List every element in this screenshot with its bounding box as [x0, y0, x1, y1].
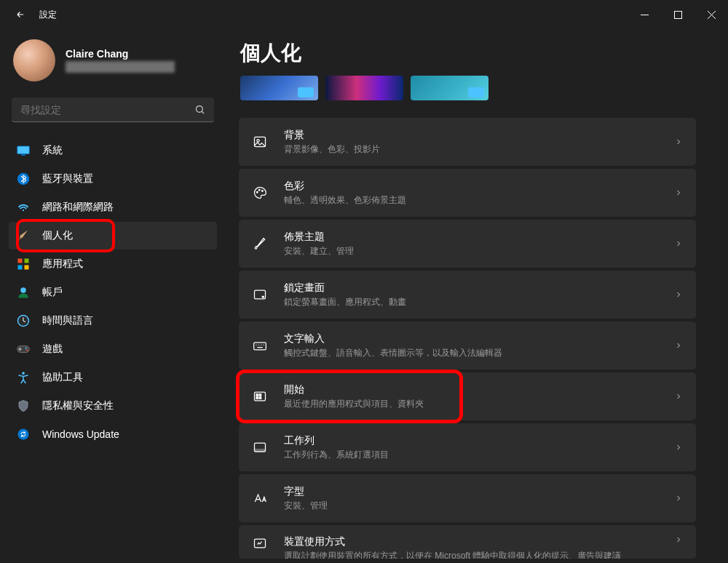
svg-point-2: [197, 106, 203, 113]
sidebar-item-label: 個人化: [42, 229, 73, 242]
svg-point-20: [258, 189, 260, 191]
svg-rect-1: [674, 11, 681, 18]
maximize-button[interactable]: [661, 0, 695, 29]
setting-description: 輔色、透明效果、色彩佈景主題: [284, 194, 406, 207]
sidebar-item-label: 網路和網際網路: [42, 201, 114, 214]
chevron-right-icon: [674, 188, 683, 197]
update-icon: [16, 427, 31, 442]
search-icon: [194, 104, 205, 115]
svg-rect-31: [255, 450, 266, 452]
main-content: 個人化 背景 背景影像、色彩、投影片 色彩 輔色、透明效果、色彩佈景主題 佈景主…: [226, 29, 728, 563]
setting-title: 開始: [284, 383, 424, 396]
gaming-icon: [16, 342, 31, 356]
app-title: 設定: [39, 9, 57, 21]
chevron-right-icon: [674, 535, 683, 544]
sidebar-item-label: 系統: [42, 144, 63, 157]
svg-point-14: [26, 349, 28, 351]
setting-title: 鎖定畫面: [284, 282, 406, 295]
sidebar-item-label: 藍牙與裝置: [42, 172, 93, 185]
chevron-right-icon: [674, 443, 683, 452]
settings-list: 背景 背景影像、色彩、投影片 色彩 輔色、透明效果、色彩佈景主題 佈景主題 安裝…: [239, 118, 696, 559]
setting-description: 背景影像、色彩、投影片: [284, 143, 380, 156]
svg-point-19: [256, 191, 258, 193]
chevron-right-icon: [674, 494, 683, 503]
setting-description: 鎖定螢幕畫面、應用程式、動畫: [284, 296, 406, 308]
setting-item-brush[interactable]: 佈景主題 安裝、建立、管理: [239, 220, 696, 268]
svg-rect-25: [255, 392, 266, 401]
setting-item-palette[interactable]: 色彩 輔色、透明效果、色彩佈景主題: [239, 169, 696, 217]
setting-item-image[interactable]: 背景 背景影像、色彩、投影片: [239, 118, 696, 166]
svg-rect-26: [256, 394, 258, 396]
avatar: [13, 39, 55, 81]
search-box[interactable]: [12, 97, 214, 122]
sidebar-item-accounts[interactable]: 帳戶: [9, 279, 217, 306]
brush-icon: [252, 236, 268, 252]
svg-rect-9: [25, 265, 29, 270]
setting-item-font[interactable]: 字型 安裝、管理: [239, 474, 696, 522]
setting-title: 字型: [284, 485, 328, 498]
theme-thumbnails: [239, 76, 696, 100]
personalization-icon: [16, 228, 31, 243]
close-button[interactable]: [695, 0, 728, 29]
theme-thumb[interactable]: [411, 76, 488, 100]
sidebar-item-bluetooth[interactable]: 藍牙與裝置: [9, 165, 217, 193]
system-icon: [16, 143, 31, 158]
privacy-icon: [16, 399, 31, 413]
svg-point-18: [257, 140, 259, 142]
search-input[interactable]: [20, 104, 194, 116]
setting-item-start[interactable]: 開始 最近使用的應用程式與項目、資料夾: [239, 372, 696, 420]
svg-rect-27: [259, 394, 261, 396]
back-button[interactable]: [10, 4, 31, 25]
svg-rect-28: [256, 397, 258, 399]
sidebar-item-system[interactable]: 系統: [9, 137, 217, 164]
usage-icon: [252, 535, 268, 551]
svg-rect-7: [25, 259, 29, 263]
setting-item-taskbar[interactable]: 工作列 工作列行為、系統釘選項目: [239, 423, 696, 471]
theme-thumb[interactable]: [240, 76, 318, 100]
setting-title: 背景: [284, 129, 380, 142]
chevron-right-icon: [674, 137, 683, 146]
nav-list: 系統藍牙與裝置網路和網際網路個人化應用程式帳戶時間與語言遊戲協助工具隱私權與安全…: [9, 137, 217, 448]
sidebar-item-privacy[interactable]: 隱私權與安全性: [9, 392, 217, 420]
keyboard-icon: [252, 338, 268, 354]
sidebar-item-update[interactable]: Windows Update: [9, 420, 217, 448]
svg-point-10: [20, 287, 26, 293]
sidebar-item-label: 帳戶: [42, 286, 63, 299]
wifi-icon: [16, 200, 31, 215]
taskbar-icon: [252, 439, 268, 455]
setting-title: 佈景主題: [284, 231, 354, 244]
svg-point-16: [18, 429, 29, 440]
svg-rect-29: [259, 397, 261, 399]
titlebar: 設定: [0, 0, 728, 29]
svg-rect-4: [21, 154, 25, 156]
setting-title: 裝置使用方式: [284, 535, 621, 548]
sidebar-item-accessibility[interactable]: 協助工具: [9, 364, 217, 391]
time-icon: [16, 314, 31, 328]
setting-description: 最近使用的應用程式與項目、資料夾: [284, 398, 424, 410]
lock-icon: [252, 287, 268, 303]
setting-item-lock[interactable]: 鎖定畫面 鎖定螢幕畫面、應用程式、動畫: [239, 271, 696, 319]
image-icon: [252, 134, 268, 150]
sidebar-item-personalization[interactable]: 個人化: [9, 222, 217, 249]
minimize-button[interactable]: [628, 0, 661, 29]
sidebar-item-time[interactable]: 時間與語言: [9, 307, 217, 335]
sidebar-item-label: Windows Update: [42, 428, 119, 440]
setting-item-usage[interactable]: 裝置使用方式 選取計劃使用裝置的所有方式，以便在 Microsoft 體驗中取得…: [239, 525, 696, 559]
setting-description: 工作列行為、系統釘選項目: [284, 449, 389, 461]
sidebar-item-apps[interactable]: 應用程式: [9, 250, 217, 278]
apps-icon: [16, 257, 31, 271]
setting-item-keyboard[interactable]: 文字輸入 觸控式鍵盤、語音輸入、表情圖示等，以及輸入法編輯器: [239, 322, 696, 370]
accounts-icon: [16, 285, 31, 300]
sidebar-item-label: 遊戲: [42, 343, 63, 356]
sidebar-item-gaming[interactable]: 遊戲: [9, 335, 217, 363]
palette-icon: [252, 185, 268, 201]
setting-title: 工作列: [284, 434, 389, 447]
profile-section[interactable]: Claire Chang: [9, 39, 217, 81]
theme-thumb[interactable]: [325, 76, 403, 100]
svg-rect-6: [18, 259, 23, 263]
profile-name: Claire Chang: [66, 48, 175, 60]
start-icon: [252, 388, 268, 404]
window-controls: [628, 0, 728, 29]
sidebar-item-wifi[interactable]: 網路和網際網路: [9, 193, 217, 221]
chevron-right-icon: [674, 290, 683, 299]
